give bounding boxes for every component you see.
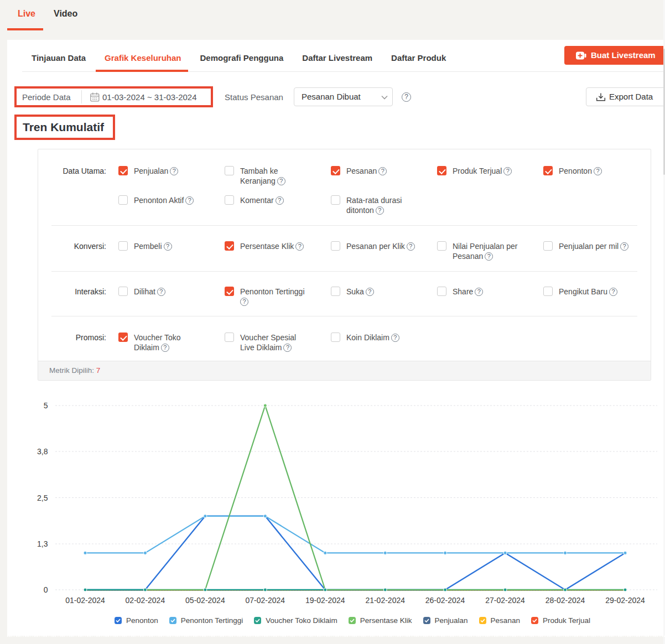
svg-text:26-02-2024: 26-02-2024: [425, 596, 465, 605]
svg-text:01-02-2024: 01-02-2024: [65, 596, 105, 605]
svg-text:05-02-2024: 05-02-2024: [185, 596, 225, 605]
svg-text:0: 0: [44, 585, 48, 594]
svg-text:2,5: 2,5: [37, 494, 48, 502]
svg-text:19-02-2024: 19-02-2024: [305, 596, 345, 605]
svg-text:28-02-2024: 28-02-2024: [545, 596, 585, 605]
svg-text:27-02-2024: 27-02-2024: [485, 596, 525, 605]
svg-text:3,8: 3,8: [37, 447, 48, 456]
svg-text:5: 5: [44, 401, 48, 410]
svg-text:29-02-2024: 29-02-2024: [605, 596, 645, 605]
svg-text:02-02-2024: 02-02-2024: [126, 596, 165, 605]
svg-text:1,3: 1,3: [37, 539, 48, 548]
svg-text:21-02-2024: 21-02-2024: [365, 596, 405, 605]
svg-text:07-02-2024: 07-02-2024: [245, 596, 285, 605]
